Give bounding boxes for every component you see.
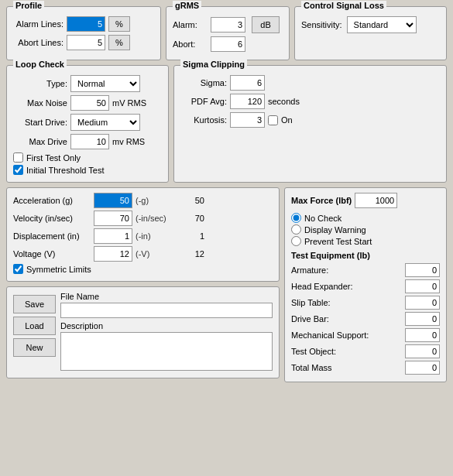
no-check-label: No Check [304, 214, 341, 223]
sensitivity-select[interactable]: Standard High Low [347, 16, 417, 33]
sigma-clipping-panel: Sigma Clipping Sigma: PDF Avg: seconds K… [173, 65, 447, 183]
alarm-lines-input[interactable] [67, 16, 105, 32]
initial-threshold-checkbox[interactable] [13, 165, 23, 175]
force-radio-group: No Check Display Warning Prevent Test St… [291, 213, 440, 246]
profile-panel: Profile Alarm Lines: % Abort Lines: % [6, 6, 161, 60]
file-name-input[interactable] [60, 303, 273, 318]
accel-neg-value: 50 [181, 196, 204, 205]
load-button[interactable]: Load [13, 317, 56, 335]
lc-type-label: Type: [13, 79, 67, 88]
lc-max-noise-input[interactable] [70, 95, 109, 111]
armature-label: Armature: [291, 265, 402, 275]
right-panel: Max Force (lbf) No Check Display Warning [284, 187, 447, 382]
lc-max-drive-input[interactable] [70, 134, 109, 149]
abort-lines-input[interactable] [67, 35, 105, 50]
sc-kurtosis-input[interactable] [230, 112, 265, 128]
lc-max-drive-unit: mv RMS [112, 137, 145, 146]
first-test-label: First Test Only [26, 153, 81, 163]
loop-check-title: Loop Check [13, 60, 67, 69]
accel-label: Acceleration (g) [13, 196, 91, 205]
displacement-label: Displacement (in) [13, 231, 91, 241]
save-button[interactable]: Save [13, 295, 56, 313]
lc-type-select[interactable]: Normal Extended None [70, 75, 140, 92]
slip-table-input[interactable] [405, 296, 440, 310]
control-signal-loss-title: Control Signal Loss [301, 1, 386, 10]
limits-panel: Acceleration (g) (-g) 50 Velocity (in/se… [6, 187, 280, 282]
abort-pct-button[interactable]: % [108, 35, 130, 50]
sc-pdf-avg-input[interactable] [230, 94, 265, 109]
alarm-pct-button[interactable]: % [108, 16, 130, 32]
grms-title: gRMS [173, 1, 201, 10]
file-panel: Save Load New File Name Description [6, 286, 280, 378]
accel-neg-label: (-g) [136, 196, 178, 205]
new-button[interactable]: New [13, 338, 56, 357]
file-name-label: File Name [60, 292, 273, 301]
sigma-clipping-title: Sigma Clipping [180, 60, 247, 69]
alarm-lines-label: Alarm Lines: [13, 19, 63, 29]
initial-threshold-label: Initial Threshold Test [26, 166, 104, 175]
voltage-input[interactable] [94, 246, 132, 262]
sc-sigma-input[interactable] [230, 75, 265, 91]
lc-max-noise-label: Max Noise [13, 98, 67, 108]
sc-pdf-avg-label: PDF Avg: [180, 97, 227, 106]
description-textarea[interactable] [60, 332, 273, 371]
voltage-neg-label: (-V) [136, 249, 178, 259]
grms-alarm-input[interactable] [211, 17, 245, 33]
sc-on-label: On [281, 115, 293, 125]
no-check-radio[interactable] [291, 213, 301, 223]
displacement-neg-label: (-in) [136, 231, 178, 241]
mechanical-support-label: Mechanical Support: [291, 330, 402, 340]
display-warning-radio[interactable] [291, 224, 301, 235]
total-mass-label: Total Mass [291, 363, 402, 372]
mechanical-support-input[interactable] [405, 328, 440, 342]
velocity-label: Velocity (in/sec) [13, 214, 91, 223]
lc-max-noise-unit: mV RMS [112, 98, 146, 108]
symmetric-limits-label: Symmetric Limits [26, 265, 91, 274]
grms-panel: gRMS Alarm: dB Abort: [166, 6, 290, 60]
max-force-input[interactable] [355, 193, 397, 208]
displacement-input[interactable] [94, 228, 132, 244]
description-label: Description [60, 321, 273, 330]
voltage-label: Voltage (V) [13, 249, 91, 259]
drive-bar-input[interactable] [405, 312, 440, 326]
loop-check-panel: Loop Check Type: Normal Extended None Ma… [6, 65, 169, 183]
sc-on-checkbox[interactable] [268, 115, 278, 125]
display-warning-label: Display Warning [304, 225, 366, 235]
displacement-neg-value: 1 [181, 231, 204, 241]
accel-input[interactable] [94, 193, 132, 208]
test-object-label: Test Object: [291, 347, 402, 356]
symmetric-limits-checkbox[interactable] [13, 264, 23, 274]
sensitivity-label: Sensitivity: [301, 20, 342, 29]
armature-input[interactable] [405, 263, 440, 277]
sc-kurtosis-label: Kurtosis: [180, 115, 227, 125]
velocity-input[interactable] [94, 211, 132, 226]
control-signal-loss-panel: Control Signal Loss Sensitivity: Standar… [294, 6, 447, 60]
prevent-test-label: Prevent Test Start [304, 237, 372, 246]
first-test-checkbox[interactable] [13, 152, 23, 163]
drive-bar-label: Drive Bar: [291, 314, 402, 324]
sc-sigma-label: Sigma: [180, 78, 227, 87]
db-button[interactable]: dB [252, 16, 280, 33]
velocity-neg-label: (-in/sec) [136, 214, 178, 223]
total-mass-input[interactable] [405, 361, 440, 375]
head-expander-label: Head Expander: [291, 282, 402, 291]
max-force-title: Max Force (lbf) [291, 196, 352, 205]
grms-abort-input[interactable] [211, 36, 245, 52]
lc-start-drive-label: Start Drive: [13, 118, 67, 127]
test-object-input[interactable] [405, 344, 440, 358]
profile-title: Profile [13, 1, 44, 10]
grms-alarm-label: Alarm: [173, 20, 208, 29]
abort-lines-label: Abort Lines: [13, 38, 63, 47]
prevent-test-radio[interactable] [291, 236, 301, 246]
lc-start-drive-select[interactable]: Medium Low High [70, 114, 140, 131]
lc-max-drive-label: Max Drive [13, 137, 67, 146]
slip-table-label: Slip Table: [291, 298, 402, 307]
sc-pdf-avg-unit: seconds [268, 97, 300, 106]
head-expander-input[interactable] [405, 279, 440, 293]
velocity-neg-value: 70 [181, 214, 204, 223]
test-equipment-title: Test Equipment (lb) [291, 251, 440, 260]
voltage-neg-value: 12 [181, 249, 204, 259]
grms-abort-label: Abort: [173, 39, 208, 49]
